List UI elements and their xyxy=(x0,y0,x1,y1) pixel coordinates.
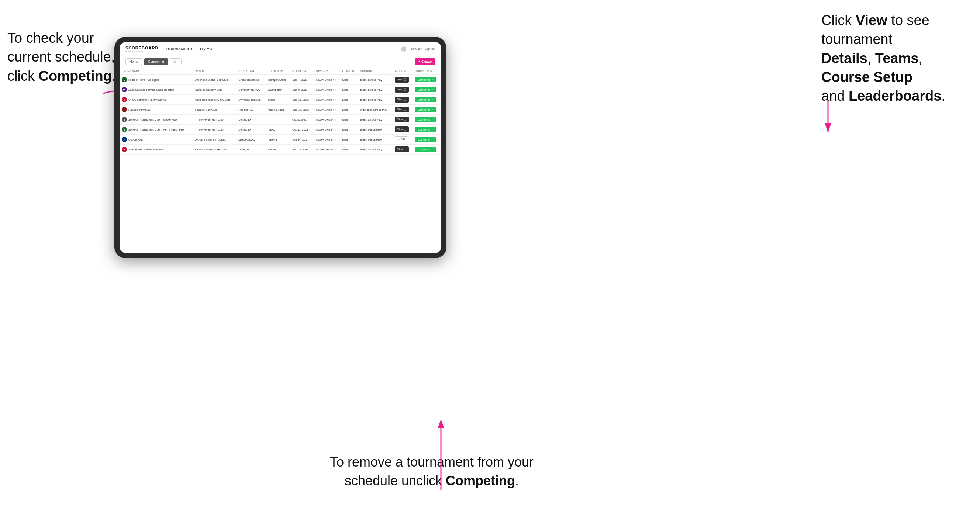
actions-cell: View ⓘ xyxy=(393,144,413,154)
logo-text: SCOREBOARD xyxy=(126,46,158,50)
gender-cell: Men xyxy=(340,144,358,154)
arrow-unclick-competing xyxy=(432,420,450,494)
actions-cell: View ⓘ xyxy=(393,115,413,125)
view-button[interactable]: View ⓘ xyxy=(395,87,409,92)
tab-competing[interactable]: Competing xyxy=(144,58,168,65)
col-scoring: SCORING xyxy=(358,67,393,75)
division-cell: NCAA Division I xyxy=(314,125,340,135)
view-button[interactable]: View ⓘ xyxy=(395,146,409,152)
scoring-cell: team, Stroke Play xyxy=(358,95,393,105)
filter-bar: Home Competing All + Create xyxy=(119,56,441,67)
tab-all[interactable]: All xyxy=(170,58,181,65)
start-date-cell: Sep 4, 2023 xyxy=(290,75,314,85)
competing-button[interactable]: Competing xyxy=(415,97,437,102)
competing-button[interactable]: Competing xyxy=(415,137,437,142)
view-button[interactable]: View ⓘ xyxy=(395,97,409,103)
actions-cell: View ⓘ xyxy=(393,95,413,105)
sign-out-link[interactable]: Sign out xyxy=(425,47,435,51)
hosted-by-cell: ABAC xyxy=(265,125,290,135)
start-date-cell: Sep 15, 2023 xyxy=(290,95,314,105)
event-name-cell: W2023 Sahalee Players Championship xyxy=(119,85,193,95)
venue-cell: American Dunes Golf Club xyxy=(193,75,236,85)
gender-cell: Men xyxy=(340,115,358,125)
competing-cell: Competing xyxy=(413,105,441,115)
actions-cell: ✏ Edit xyxy=(393,135,413,144)
competing-button[interactable]: Competing xyxy=(415,127,437,132)
gender-cell: Men xyxy=(340,95,358,105)
nav-teams[interactable]: TEAMS xyxy=(200,47,212,51)
city-state-cell: Dallas, TX xyxy=(236,125,265,135)
city-state-cell: Grand Haven, MI xyxy=(236,75,265,85)
competing-cell: Competing xyxy=(413,85,441,95)
venue-cell: Papago Golf Club xyxy=(193,105,236,115)
scoring-cell: team, Stroke Play xyxy=(358,75,393,85)
competing-button[interactable]: Competing xyxy=(415,107,437,112)
competing-cell: Competing xyxy=(413,125,441,135)
scoring-cell: team, Stroke Play xyxy=(358,144,393,154)
city-state-cell: Maricopa, AZ xyxy=(236,135,265,144)
col-event-name: EVENT NAME xyxy=(119,67,193,75)
view-button[interactable]: View ⓘ xyxy=(395,127,409,132)
competing-button[interactable]: Competing xyxy=(415,77,437,82)
venue-cell: Ak-Chin Southern Dunes xyxy=(193,135,236,144)
col-actions: ACTIONS xyxy=(393,67,413,75)
table-row: SFolds of Honor CollegiateAmerican Dunes… xyxy=(119,75,441,85)
tab-home[interactable]: Home xyxy=(126,58,142,65)
table-header-row: EVENT NAME VENUE CITY, STATE HOSTED BY S… xyxy=(119,67,441,75)
view-button[interactable]: View ⓘ xyxy=(395,106,409,113)
arrow-view-button xyxy=(813,100,843,137)
nav-tournaments[interactable]: TOURNAMENTS xyxy=(165,47,193,51)
scoring-cell: individual, Stroke Play xyxy=(358,105,393,115)
table-row: ACopper CupAk-Chin Southern DunesMaricop… xyxy=(119,135,441,144)
actions-cell: View ⓘ xyxy=(393,105,413,115)
start-date-cell: Feb 15, 2024 xyxy=(290,144,314,154)
event-name-cell: JJackson T. Stephens Cup – Men's Match P… xyxy=(119,125,193,135)
gender-cell: Men xyxy=(340,105,358,115)
event-name-cell: JJackson T. Stephens Cup – Stroke Play xyxy=(119,115,193,125)
hosted-by-cell: Hawaii xyxy=(265,144,290,154)
view-button[interactable]: View ⓘ xyxy=(395,116,409,122)
col-city-state: CITY, STATE xyxy=(236,67,265,75)
table-row: IOFCC Fighting Illini InvitationalOlympi… xyxy=(119,95,441,105)
col-start-date: START DATE xyxy=(290,67,314,75)
venue-cell: Trinity Forest Golf Club xyxy=(193,125,236,135)
filter-tabs: Home Competing All xyxy=(126,58,181,65)
scoring-cell: team, Match Play xyxy=(358,125,393,135)
col-venue: VENUE xyxy=(193,67,236,75)
city-state-cell: Olympia Fields, IL xyxy=(236,95,265,105)
event-name-cell: HJohn A. Burns Intercollegiate xyxy=(119,144,193,154)
gender-cell: Men xyxy=(340,125,358,135)
competing-cell: Competing xyxy=(413,115,441,125)
table-row: HJohn A. Burns IntercollegiateOcean Cour… xyxy=(119,144,441,154)
nav-bar: SCOREBOARD Powered by clippi TOURNAMENTS… xyxy=(119,42,441,56)
hosted-by-cell: Illinois xyxy=(265,95,290,105)
scoring-cell: team, Stroke Play xyxy=(358,115,393,125)
user-name: Test User xyxy=(409,47,422,51)
annotation-top-right: Click View to see tournament Details, Te… xyxy=(821,11,976,105)
actions-cell: View ⓘ xyxy=(393,85,413,95)
competing-cell: Competing xyxy=(413,75,441,85)
create-button[interactable]: + Create xyxy=(415,58,435,65)
division-cell: NCAA Division I xyxy=(314,95,340,105)
scoring-cell: team, Match Play xyxy=(358,135,393,144)
hosted-by-cell: Arizona xyxy=(265,135,290,144)
gender-cell: Men xyxy=(340,135,358,144)
powered-by-text: Powered by clippi xyxy=(126,50,158,52)
competing-cell: Competing xyxy=(413,95,441,105)
competing-button[interactable]: Competing xyxy=(415,87,437,92)
col-division: DIVISION xyxy=(314,67,340,75)
tournaments-table: EVENT NAME VENUE CITY, STATE HOSTED BY S… xyxy=(119,67,441,154)
col-hosted-by: HOSTED BY xyxy=(265,67,290,75)
venue-cell: Olympia Fields Country Club xyxy=(193,95,236,105)
division-cell: NCAA Division I xyxy=(314,144,340,154)
hosted-by-cell xyxy=(265,115,290,125)
actions-cell: View ⓘ xyxy=(393,75,413,85)
edit-button[interactable]: ✏ Edit xyxy=(395,137,408,142)
hosted-by-cell: Washington xyxy=(265,85,290,95)
competing-button[interactable]: Competing xyxy=(415,117,437,122)
tablet-device: SCOREBOARD Powered by clippi TOURNAMENTS… xyxy=(115,37,447,258)
view-button[interactable]: View ⓘ xyxy=(395,77,409,83)
competing-button[interactable]: Competing xyxy=(415,147,437,152)
division-cell: NCAA Division I xyxy=(314,135,340,144)
gender-cell: Men xyxy=(340,75,358,85)
